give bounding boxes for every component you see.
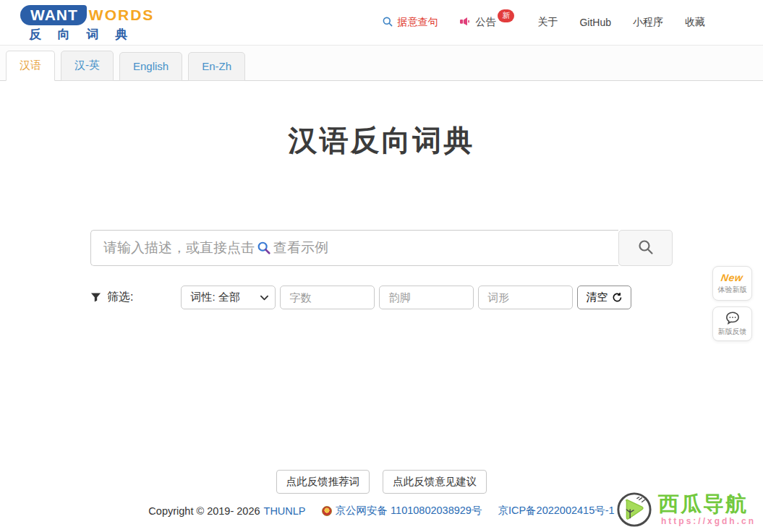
- nav-about[interactable]: 关于: [537, 16, 558, 29]
- chevron-down-icon: [260, 295, 268, 301]
- icp-record-link[interactable]: 京ICP备2022002415号-1: [498, 504, 614, 518]
- copyright-text: Copyright © 2019- 2026: [148, 505, 260, 517]
- try-new-version-button[interactable]: New 体验新版: [712, 266, 752, 301]
- search-icon: [382, 16, 393, 30]
- wantwords-page: WANT WORDS 反 向 词 典 据意查句 公告 新 关于: [0, 0, 763, 532]
- watermark-url: https://xgdh.cn: [658, 516, 756, 526]
- nav-sentence-search[interactable]: 据意查句: [382, 16, 438, 30]
- nav-github[interactable]: GitHub: [579, 17, 611, 28]
- rhyme-input[interactable]: [379, 286, 474, 309]
- nav-about-label: 关于: [537, 16, 558, 29]
- nav-mini-program[interactable]: 小程序: [633, 16, 663, 29]
- pos-filter-select[interactable]: 词性: 全部: [181, 286, 276, 309]
- language-tabstrip: 汉语 汉-英 English En-Zh: [0, 46, 763, 81]
- filter-row: 筛选: 词性: 全部 清空: [90, 286, 673, 309]
- new-wordart-icon: New: [720, 272, 744, 283]
- feedback-row: 点此反馈推荐词 点此反馈意见建议: [0, 470, 763, 494]
- search-box: 请输入描述，或直接点击 查看示例: [90, 230, 618, 266]
- nav-announcement[interactable]: 公告 新: [459, 16, 516, 29]
- speech-bubble-icon: [725, 311, 741, 325]
- wantwords-logo[interactable]: WANT WORDS 反 向 词 典: [20, 5, 154, 40]
- top-nav: 据意查句 公告 新 关于 GitHub 小程序 收藏: [382, 16, 705, 30]
- clear-filters-label: 清空: [586, 291, 608, 304]
- police-record: 京公网安备 11010802038929号: [322, 504, 482, 518]
- word-length-input[interactable]: [280, 286, 375, 309]
- watermark-text: 西瓜导航 https://xgdh.cn: [658, 493, 756, 526]
- logo-subtitle: 反 向 词 典: [20, 28, 154, 40]
- refresh-icon: [612, 292, 623, 303]
- nav-github-label: GitHub: [579, 17, 611, 28]
- clear-filters-button[interactable]: 清空: [577, 286, 631, 309]
- watermark-site-name: 西瓜导航: [658, 493, 756, 515]
- header: WANT WORDS 反 向 词 典 据意查句 公告 新 关于: [0, 0, 763, 46]
- nav-favorites-label: 收藏: [685, 16, 705, 29]
- nav-announcement-label: 公告: [475, 16, 495, 29]
- search-bar: 请输入描述，或直接点击 查看示例: [90, 230, 673, 266]
- nav-mini-program-label: 小程序: [633, 16, 663, 29]
- icp-record: 京ICP备2022002415号-1: [498, 504, 614, 518]
- tab-english[interactable]: English: [119, 52, 182, 81]
- nav-sentence-search-label: 据意查句: [397, 16, 438, 29]
- feedback-suggestion-button[interactable]: 点此反馈意见建议: [383, 470, 487, 494]
- nav-favorites[interactable]: 收藏: [685, 16, 705, 29]
- filter-label-text: 筛选:: [107, 290, 133, 305]
- logo-wordmark: WANT WORDS: [20, 5, 154, 25]
- funnel-icon: [90, 292, 101, 303]
- national-emblem-icon: [322, 506, 332, 516]
- new-version-feedback-button[interactable]: 新版反馈: [712, 306, 752, 341]
- police-record-link[interactable]: 京公网安备 11010802038929号: [336, 504, 482, 518]
- logo-want-pill: WANT: [20, 5, 87, 25]
- pos-filter-value: 词性: 全部: [190, 291, 239, 304]
- filter-label: 筛选:: [90, 290, 133, 305]
- megaphone-icon: [459, 16, 472, 29]
- try-new-version-label: 体验新版: [718, 285, 747, 295]
- logo-words-text: WORDS: [89, 7, 155, 22]
- search-button[interactable]: [618, 230, 673, 266]
- feedback-recommend-word-button[interactable]: 点此反馈推荐词: [276, 470, 370, 494]
- word-shape-input[interactable]: [478, 286, 573, 309]
- new-badge: 新: [498, 9, 514, 22]
- tab-chinese[interactable]: 汉语: [6, 51, 55, 81]
- page-title: 汉语反向词典: [0, 121, 763, 160]
- watermelon-logo-icon: [616, 492, 652, 528]
- tab-chinese-english[interactable]: 汉-英: [61, 51, 114, 81]
- new-version-feedback-label: 新版反馈: [718, 327, 747, 337]
- search-button-icon: [637, 239, 655, 258]
- xgdh-watermark: 西瓜导航 https://xgdh.cn: [616, 492, 756, 528]
- search-input[interactable]: [91, 231, 618, 265]
- tab-english-chinese[interactable]: En-Zh: [188, 52, 245, 81]
- thunlp-link[interactable]: THUNLP: [264, 505, 306, 517]
- copyright: Copyright © 2019- 2026 THUNLP: [148, 505, 305, 517]
